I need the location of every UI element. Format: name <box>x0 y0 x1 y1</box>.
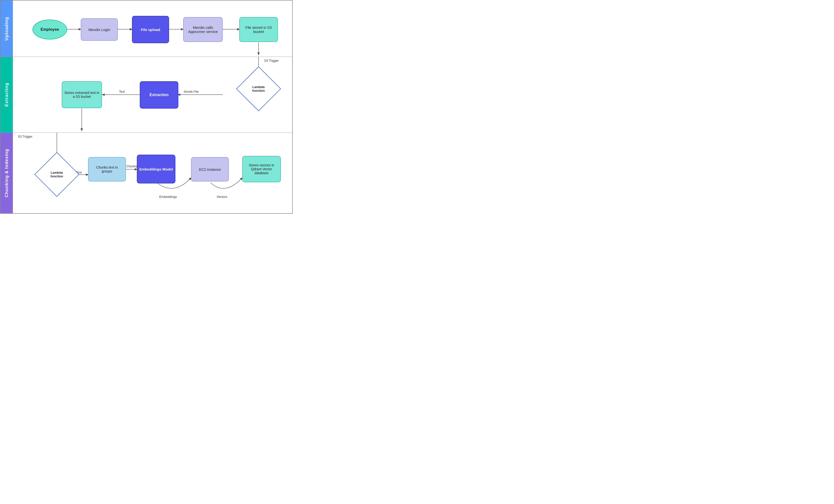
node-stores-extracted: Stores extracted text in a S3 bucket <box>62 81 102 108</box>
section-chunking: Chunking & Indexing <box>0 133 292 213</box>
extracting-label: Extracting <box>4 83 9 107</box>
uploading-content: Employee Mendix Login File upload Mendix… <box>13 0 292 57</box>
node-embeddings-model: Embeddings Model <box>137 155 175 183</box>
chunking-content: S3 Trigger Text Chunks Embeddings Vector… <box>13 133 292 213</box>
label-embeddings: Embeddings <box>159 195 177 199</box>
node-file-upload: File upload <box>132 16 169 43</box>
node-employee: Employee <box>32 20 67 40</box>
label-sends-file: Sends File <box>184 90 199 93</box>
section-uploading: Uploading <box>0 0 292 57</box>
node-file-stored: File stored in S3 bucket <box>239 17 278 42</box>
label-text-ext: Text <box>119 90 125 93</box>
node-stores-vectors: Stores vectors in Qdrant Vector database <box>242 156 281 182</box>
node-extraction: Extraction <box>140 81 178 109</box>
node-ec2: EC2 instance <box>191 157 229 181</box>
section-extracting: Extracting S3 Trigger <box>0 57 292 133</box>
extracting-label-col: Extracting <box>0 57 13 132</box>
chunking-label: Chunking & Indexing <box>4 149 9 197</box>
chunking-label-col: Chunking & Indexing <box>0 133 13 213</box>
label-s3-trigger-ext: S3 Trigger <box>264 59 279 63</box>
node-chunks-text: Chunks text in groups <box>88 157 126 181</box>
node-lambda-chunk: Lambdafunction <box>35 152 79 197</box>
extracting-content: S3 Trigger Sends File Text Stores extrac… <box>13 57 292 132</box>
uploading-label: Uploading <box>4 17 9 41</box>
diagram-outer: Uploading <box>0 0 293 214</box>
node-mendix-login: Mendix Login <box>81 18 118 41</box>
label-vectors: Vectors <box>217 195 227 199</box>
node-mendix-calls: Mendix calls Apprunner service <box>183 17 223 42</box>
label-chunks: Chunks <box>126 165 137 168</box>
node-lambda-ext: Lambdafunction <box>236 66 281 111</box>
label-s3-trigger-chunk: S3 Trigger <box>18 135 32 138</box>
uploading-label-col: Uploading <box>0 0 13 57</box>
